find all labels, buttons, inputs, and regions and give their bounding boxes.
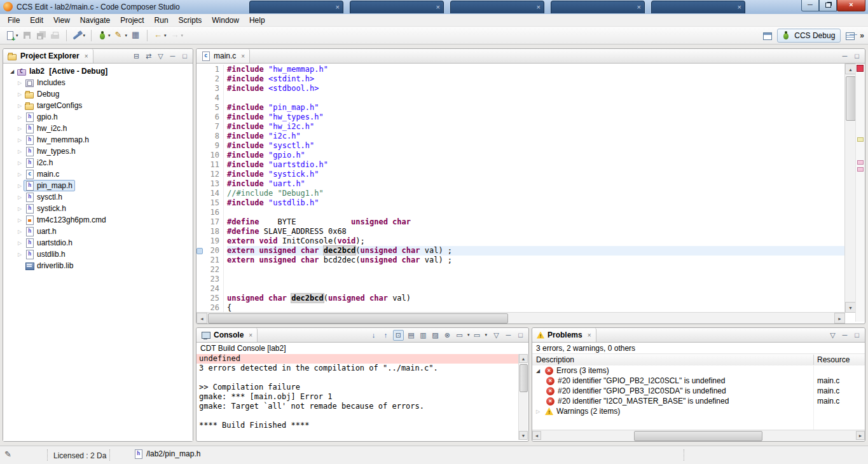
vertical-scroll-thumb[interactable]	[846, 76, 856, 121]
menu-scripts[interactable]: Scripts	[174, 15, 207, 26]
tab-close-icon[interactable]: ×	[637, 3, 641, 11]
code-line-4[interactable]: 4	[196, 93, 845, 103]
menu-file[interactable]: File	[3, 15, 25, 26]
pencil-button[interactable]: ▾	[113, 29, 129, 43]
expand-arrow-icon[interactable]: ▷	[16, 103, 24, 109]
menu-edit[interactable]: Edit	[25, 15, 48, 26]
open-perspective-button[interactable]	[761, 29, 774, 43]
background-window-tab[interactable]: ×	[249, 1, 343, 13]
expand-arrow-icon[interactable]: ▷	[16, 194, 24, 200]
menu-view[interactable]: View	[48, 15, 75, 26]
menu-help[interactable]: Help	[244, 15, 270, 26]
clear-console-button[interactable]: ⊗	[443, 331, 452, 340]
tree-item-driverlib-lib[interactable]: driverlib.lib	[3, 260, 193, 271]
scroll-down-arrow[interactable]: ▼	[845, 302, 856, 313]
code-line-5[interactable]: 5#include "pin_map.h"	[196, 103, 845, 113]
background-window-tab[interactable]: ×	[651, 1, 745, 13]
minimize-window-button[interactable]: ─	[801, 0, 819, 11]
collapse-all-button[interactable]: ⊟	[132, 51, 141, 61]
horizontal-scroll-thumb[interactable]	[634, 431, 762, 441]
view-menu-button[interactable]: ▽	[828, 331, 837, 340]
tree-item-systick-h[interactable]: ▷systick.h	[3, 203, 193, 214]
code-line-11[interactable]: 11#include "uartstdio.h"	[196, 160, 845, 170]
save-all-button[interactable]	[35, 29, 48, 43]
tree-item-pin-map-h[interactable]: ▷pin_map.h	[3, 180, 193, 191]
code-line-26[interactable]: 26{	[196, 303, 845, 313]
overview-occurrence-marker[interactable]	[857, 160, 864, 165]
problems-horizontal-scrollbar[interactable]: ◄ ►	[532, 430, 865, 441]
scroll-to-bottom-button[interactable]: ↓	[369, 331, 378, 340]
code-line-19[interactable]: 19extern void InitConsole(void);	[196, 236, 845, 246]
toolbar-overflow-chevron[interactable]: »	[860, 31, 864, 40]
background-window-tab[interactable]: ×	[350, 1, 444, 13]
expand-arrow-icon[interactable]: ▷	[16, 172, 24, 177]
tab-close-icon[interactable]: ×	[537, 3, 541, 11]
print-button[interactable]	[49, 29, 62, 43]
background-window-tab[interactable]: ×	[450, 1, 544, 13]
scroll-left-arrow[interactable]: ◄	[532, 431, 541, 440]
tab-close-icon[interactable]: ×	[336, 3, 340, 11]
scroll-right-arrow[interactable]: ►	[856, 431, 865, 440]
background-window-tab[interactable]: ×	[551, 1, 645, 13]
code-area[interactable]: 1#include "hw_memmap.h"2#include <stdint…	[196, 64, 845, 313]
code-line-2[interactable]: 2#include <stdint.h>	[196, 74, 845, 84]
code-line-16[interactable]: 16	[196, 208, 845, 217]
code-line-22[interactable]: 22	[196, 265, 845, 275]
overview-ruler[interactable]	[855, 64, 865, 322]
expand-arrow-icon[interactable]: ▷	[16, 229, 24, 235]
tree-item-sysctl-h[interactable]: ▷sysctl.h	[3, 191, 193, 203]
code-line-13[interactable]: 13#include "uart.h"	[196, 179, 845, 189]
code-line-14[interactable]: 14//#include "Debug1.h"	[196, 189, 845, 198]
problem-group-errors[interactable]: ◢×Errors (3 items)	[532, 365, 865, 376]
description-column-header[interactable]: Description	[536, 355, 574, 364]
expand-arrow-icon[interactable]: ▷	[16, 92, 24, 97]
debug-button[interactable]: ▾	[96, 29, 112, 43]
expand-arrow-icon[interactable]: ▷	[16, 252, 24, 257]
tree-item-uartstdio-h[interactable]: ▷uartstdio.h	[3, 237, 193, 249]
view-menu-button[interactable]: ▽	[492, 331, 501, 340]
menu-navigate[interactable]: Navigate	[75, 15, 115, 26]
tree-item-hw-i2c-h[interactable]: ▷hw_i2c.h	[3, 123, 193, 134]
editor-vertical-scrollbar[interactable]: ▲ ▼	[844, 64, 856, 313]
code-line-12[interactable]: 12#include "systick.h"	[196, 170, 845, 179]
scroll-down-arrow[interactable]: ▼	[519, 431, 528, 440]
problems-tab[interactable]: ! Problems ×	[532, 328, 596, 342]
tree-item-hw-memmap-h[interactable]: ▷hw_memmap.h	[3, 134, 193, 146]
tree-item-i2c-h[interactable]: ▷i2c.h	[3, 157, 193, 168]
code-line-23[interactable]: 23	[196, 275, 845, 284]
minimize-view-button[interactable]: ─	[840, 331, 850, 340]
tree-item-gpio-h[interactable]: ▷gpio.h	[3, 111, 193, 123]
open-console-button[interactable]: ▭	[472, 331, 481, 340]
column-divider[interactable]	[813, 355, 814, 365]
close-view-icon[interactable]: ×	[249, 332, 252, 339]
code-line-10[interactable]: 10#include "gpio.h"	[196, 151, 845, 160]
expand-arrow-icon[interactable]: ◢	[8, 69, 16, 74]
minimize-view-button[interactable]: ─	[168, 51, 177, 61]
code-line-9[interactable]: 9#include "sysctl.h"	[196, 141, 845, 151]
tree-item-ustdlib-h[interactable]: ▷ustdlib.h	[3, 249, 193, 260]
minimize-view-button[interactable]: ─	[840, 51, 850, 61]
close-view-icon[interactable]: ×	[85, 53, 88, 60]
close-window-button[interactable]: ×	[837, 0, 865, 11]
menu-run[interactable]: Run	[149, 15, 174, 26]
problem-group-warnings[interactable]: ▷!Warnings (2 items)	[532, 406, 865, 416]
code-line-20[interactable]: 20extern unsigned char dec2bcd(unsigned …	[196, 246, 845, 256]
tree-item-targetconfigs[interactable]: ▷targetConfigs	[3, 100, 193, 111]
problem-row[interactable]: ×#20 identifier "I2C0_MASTER_BASE" is un…	[532, 396, 865, 406]
console-output[interactable]: undefined3 errors detected in the compil…	[196, 354, 519, 440]
project-root-row[interactable]: ◢lab2 [Active - Debug]	[3, 65, 193, 77]
tree-item-uart-h[interactable]: ▷uart.h	[3, 226, 193, 237]
restore-window-button[interactable]	[819, 0, 837, 11]
expand-arrow-icon[interactable]: ▷	[16, 80, 24, 86]
expand-arrow-icon[interactable]: ▷	[16, 240, 24, 246]
ccs-edit-perspective-button[interactable]	[844, 29, 857, 43]
view-menu-button[interactable]: ▽	[156, 51, 165, 61]
close-view-icon[interactable]: ×	[588, 332, 591, 339]
tab-close-icon[interactable]: ×	[738, 3, 741, 11]
grid-button[interactable]	[130, 29, 142, 43]
editor-horizontal-scrollbar[interactable]: ◄ ►	[196, 312, 845, 324]
maximize-view-button[interactable]: □	[180, 51, 189, 61]
forward-button[interactable]: ▾	[169, 29, 185, 43]
build-button[interactable]: ▾	[71, 29, 87, 43]
ccs-debug-perspective-button[interactable]: CCS Debug	[777, 29, 841, 43]
